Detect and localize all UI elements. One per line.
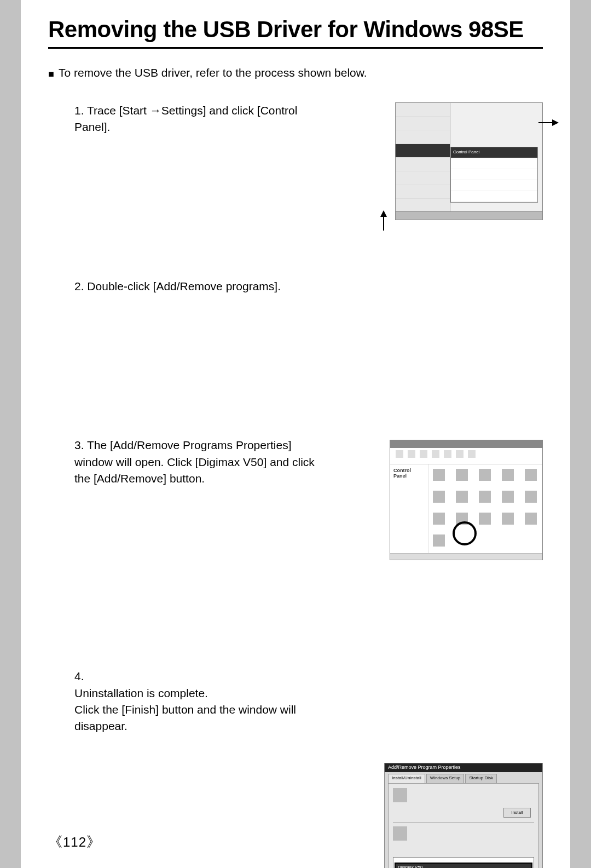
step-1-number: 1.	[74, 104, 84, 117]
start-menu-item	[396, 117, 450, 130]
install-row	[393, 788, 534, 810]
step-3-text: 3. The [Add/Remove Programs Properties] …	[48, 437, 316, 487]
disk-icon	[393, 826, 407, 841]
start-menu-item	[396, 130, 450, 144]
step-2-number: 2.	[74, 280, 84, 292]
tab-install-uninstall: Install/Uninstall	[388, 774, 425, 783]
arrow-up-icon	[380, 210, 387, 217]
cp-icon	[433, 534, 445, 547]
step-2-text: 2. Double-click [Add/Remove programs].	[48, 278, 316, 295]
cp-icon	[433, 491, 445, 503]
submenu-item	[451, 180, 537, 191]
step-2: 2. Double-click [Add/Remove programs]. C…	[48, 278, 543, 295]
dialog-tabs: Install/Uninstall Windows Setup Startup …	[385, 772, 542, 783]
step-1: 1. Trace [Start →Settings] and click [Co…	[48, 102, 543, 136]
step-4-number: 4.	[74, 670, 84, 682]
dialog-titlebar: Add/Remove Program Properties	[385, 763, 542, 772]
submenu-control-panel: Control Panel	[451, 147, 537, 158]
cp-icon	[502, 491, 514, 503]
start-menu-item	[396, 103, 450, 117]
figure-add-remove-properties: Add/Remove Program Properties Install/Un…	[384, 763, 543, 868]
step-4-body: Uninstallation is complete. Click the [F…	[74, 687, 296, 733]
page-title: Removing the USB Driver for Windows 98SE	[48, 16, 543, 49]
figure-start-menu: Control Panel	[395, 102, 543, 220]
highlight-circle-icon	[453, 521, 477, 545]
page-number-value: 112	[63, 835, 86, 849]
start-menu-column	[396, 103, 450, 212]
submenu-item	[451, 158, 537, 169]
step-3: 3. The [Add/Remove Programs Properties] …	[48, 437, 543, 487]
steps-container: 1. Trace [Start →Settings] and click [Co…	[48, 102, 543, 735]
cp-icon	[479, 491, 491, 503]
dialog-panel: Install Digimax V50 Add/Remove	[388, 783, 539, 868]
bullet-icon: ■	[48, 66, 54, 81]
intro-text: To remove the USB driver, refer to the p…	[59, 66, 367, 79]
taskbar	[396, 211, 542, 220]
tab-startup-disk: Startup Disk	[465, 774, 497, 783]
start-menu-item	[396, 171, 450, 185]
programs-listbox: Digimax V50	[393, 857, 534, 868]
cp-icon	[525, 513, 537, 525]
step-2-body: Double-click [Add/Remove programs].	[87, 280, 281, 292]
status-bar	[390, 553, 542, 560]
bracket-right-icon: 》	[86, 834, 101, 850]
list-item-selected: Digimax V50	[395, 863, 532, 868]
intro-line: ■ To remove the USB driver, refer to the…	[48, 66, 543, 81]
arrow-up-line	[383, 217, 384, 231]
step-3-body: The [Add/Remove Programs Properties] win…	[74, 439, 315, 485]
arrow-right-line	[538, 122, 552, 123]
step-3-number: 3.	[74, 439, 84, 451]
cp-icon	[525, 491, 537, 503]
step-1-text: 1. Trace [Start →Settings] and click [Co…	[48, 102, 316, 136]
disk-icon	[393, 788, 407, 802]
cp-icon	[479, 513, 491, 525]
settings-submenu: Control Panel	[450, 147, 538, 203]
divider	[393, 822, 534, 823]
bracket-left-icon: 《	[48, 834, 63, 850]
cp-icon	[433, 513, 445, 525]
step-1-part-a: Trace [Start	[87, 104, 150, 117]
arrow-right-icon	[552, 119, 559, 126]
cp-icon	[502, 513, 514, 525]
start-menu-item	[396, 158, 450, 171]
arrow-right-icon: →	[150, 104, 161, 117]
tab-windows-setup: Windows Setup	[426, 774, 465, 783]
start-menu-item	[396, 185, 450, 199]
remove-row	[393, 826, 534, 841]
submenu-item	[451, 191, 537, 202]
page-number: 《112》	[48, 832, 101, 852]
manual-page: Removing the USB Driver for Windows 98SE…	[21, 0, 570, 868]
install-button: Install	[503, 808, 531, 818]
step-4: 4. Uninstallation is complete. Click the…	[48, 652, 543, 735]
step-4-text: 4. Uninstallation is complete. Click the…	[48, 652, 316, 735]
start-menu-settings	[396, 144, 450, 158]
submenu-item	[451, 169, 537, 180]
cp-icon	[456, 491, 468, 503]
list-item	[393, 858, 534, 860]
